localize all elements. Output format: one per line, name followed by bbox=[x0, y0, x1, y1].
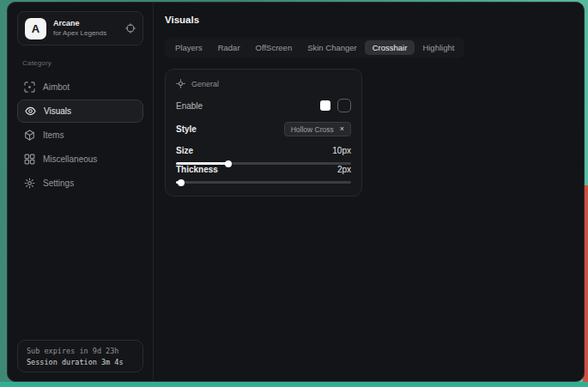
sidebar: A Arcane for Apex Legends Category Aimbo… bbox=[8, 3, 154, 381]
sub-expiry-text: Sub expires in 9d 23h bbox=[27, 347, 134, 355]
sidebar-item-label: Aimbot bbox=[43, 82, 70, 92]
tab-players[interactable]: Players bbox=[167, 40, 210, 55]
size-row: Size 10px bbox=[176, 146, 351, 155]
general-crosshair-icon bbox=[176, 79, 185, 88]
size-slider[interactable] bbox=[176, 162, 351, 165]
thickness-value: 2px bbox=[337, 165, 351, 174]
grid-icon bbox=[24, 154, 35, 165]
box-icon bbox=[24, 130, 35, 141]
sidebar-menu: AimbotVisualsItemsMiscellaneousSettings bbox=[17, 76, 143, 195]
app-window: A Arcane for Apex Legends Category Aimbo… bbox=[7, 2, 585, 382]
brand-title: Arcane bbox=[53, 19, 118, 28]
background-bottom-strip bbox=[0, 382, 588, 387]
tab-highlight[interactable]: Highlight bbox=[415, 40, 462, 55]
panel-title: General bbox=[191, 80, 219, 88]
style-row: Style Hollow Cross × bbox=[176, 122, 351, 136]
tab-offscreen[interactable]: OffScreen bbox=[248, 40, 300, 55]
brand-subtitle: for Apex Legends bbox=[53, 29, 118, 38]
target-icon[interactable] bbox=[125, 23, 136, 33]
gear-icon bbox=[24, 178, 35, 189]
thickness-slider[interactable] bbox=[176, 181, 351, 184]
general-panel: General Enable Style Hollow Cross × Size… bbox=[165, 69, 362, 197]
sidebar-item-label: Items bbox=[43, 130, 64, 140]
style-dropdown-tag[interactable]: Hollow Cross × bbox=[284, 122, 351, 136]
size-label: Size bbox=[176, 146, 193, 155]
thickness-slider-thumb[interactable] bbox=[178, 179, 185, 186]
style-label: Style bbox=[176, 124, 197, 134]
style-value: Hollow Cross bbox=[291, 125, 334, 134]
category-label: Category bbox=[22, 59, 143, 67]
thickness-label: Thickness bbox=[176, 165, 218, 174]
sidebar-item-aimbot[interactable]: Aimbot bbox=[17, 76, 143, 99]
clear-style-icon[interactable]: × bbox=[340, 125, 344, 133]
brand-logo: A bbox=[25, 18, 46, 39]
color-swatch[interactable] bbox=[320, 100, 330, 111]
sidebar-item-items[interactable]: Items bbox=[17, 124, 143, 147]
tab-crosshair[interactable]: Crosshair bbox=[365, 40, 415, 55]
tab-skin-changer[interactable]: Skin Changer bbox=[300, 40, 365, 55]
tab-bar: PlayersRadarOffScreenSkin ChangerCrossha… bbox=[165, 38, 464, 57]
size-slider-thumb[interactable] bbox=[225, 160, 232, 167]
enable-checkbox[interactable] bbox=[337, 99, 351, 112]
sidebar-item-settings[interactable]: Settings bbox=[17, 172, 143, 195]
sidebar-item-visuals[interactable]: Visuals bbox=[17, 100, 143, 123]
size-value: 10px bbox=[332, 146, 351, 155]
enable-row: Enable bbox=[176, 99, 351, 112]
sidebar-item-label: Miscellaneous bbox=[43, 154, 97, 164]
enable-label: Enable bbox=[176, 101, 203, 111]
brand-card: A Arcane for Apex Legends bbox=[17, 11, 143, 45]
tab-radar[interactable]: Radar bbox=[210, 40, 248, 55]
page-title: Visuals bbox=[165, 15, 572, 25]
sidebar-item-label: Visuals bbox=[44, 106, 71, 116]
eye-icon bbox=[25, 106, 36, 117]
thickness-row: Thickness 2px bbox=[176, 165, 351, 174]
aimbot-scan-icon bbox=[24, 82, 35, 93]
subscription-card: Sub expires in 9d 23h Session duration 3… bbox=[17, 340, 143, 372]
sidebar-item-label: Settings bbox=[43, 178, 74, 188]
sidebar-item-miscellaneous[interactable]: Miscellaneous bbox=[17, 148, 143, 171]
session-duration-text: Session duration 3m 4s bbox=[27, 358, 134, 366]
main-content: Visuals PlayersRadarOffScreenSkin Change… bbox=[154, 3, 584, 381]
